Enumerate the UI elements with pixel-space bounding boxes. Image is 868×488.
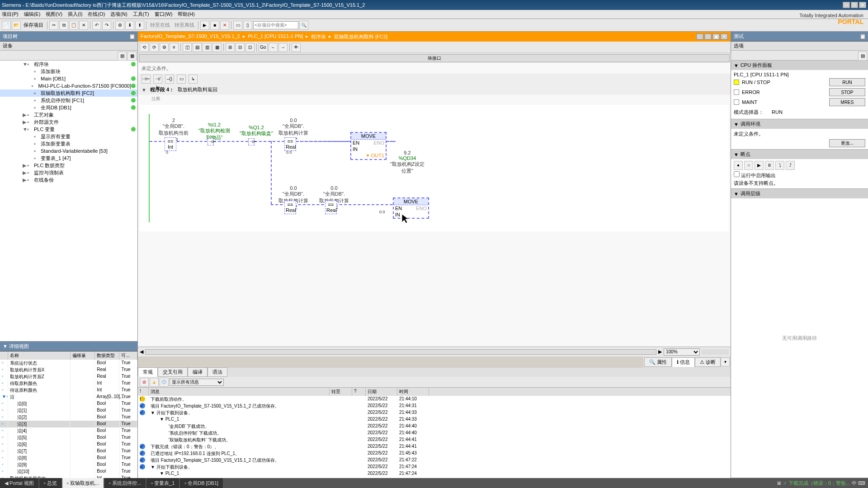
download-icon[interactable]: ⬇ bbox=[125, 21, 134, 30]
stop-button[interactable]: STOP bbox=[829, 88, 865, 96]
detail-row[interactable]: ▫取放机构计算后ZRealTrue bbox=[0, 373, 137, 380]
upload-icon[interactable]: ⬆ bbox=[135, 21, 144, 30]
tab-properties[interactable]: 🔍 属性 bbox=[644, 357, 672, 367]
message-row[interactable]: ✓ 项目 FactoryIO_Template_S7-1500_V15_V15.… bbox=[138, 403, 731, 409]
zoom-select[interactable]: 100% bbox=[664, 348, 700, 356]
detail-row[interactable]: ▫沿[8]BoolTrue bbox=[0, 455, 137, 461]
bottom-tab[interactable]: ▫ 总览 bbox=[39, 478, 61, 488]
detail-row[interactable]: ▫沿[4]BoolTrue bbox=[0, 427, 137, 434]
maximize-button[interactable]: □ bbox=[851, 2, 858, 8]
new-project-icon[interactable]: 📄 bbox=[2, 21, 11, 30]
bp-2[interactable]: ○ bbox=[744, 161, 753, 170]
scroll-left-icon[interactable]: ◀ bbox=[140, 349, 143, 355]
minimize-button[interactable]: – bbox=[843, 2, 850, 8]
network-header[interactable]: ▼ 程序段 4： 取放机构取料返回 bbox=[138, 84, 731, 95]
bottom-tab[interactable]: ▫ 全局DB [DB1] bbox=[180, 478, 223, 488]
message-row[interactable]: ✓ 项目 FactoryIO_Template_S7-1500_V15_V15.… bbox=[138, 457, 731, 464]
detail-row[interactable]: ▫待送原料颜色IntTrue bbox=[0, 387, 137, 394]
message-row[interactable]: ▼ PLC_12022/5/2221:44:33 bbox=[138, 416, 731, 423]
cpu-panel-header[interactable]: ▼ CPU 操作面板 bbox=[731, 61, 868, 70]
menu-view[interactable]: 视图(V) bbox=[46, 11, 62, 18]
call-env-header[interactable]: ▼ 调用环境 bbox=[731, 119, 868, 129]
detail-row[interactable]: ▫沿[6]BoolTrue bbox=[0, 441, 137, 448]
collapse-icon[interactable]: ▣ bbox=[130, 34, 135, 39]
bottom-tab[interactable]: ▫ 系统启停控... bbox=[104, 478, 146, 488]
tree-item[interactable]: ▫Main [OB1] bbox=[0, 75, 137, 82]
tab-xref[interactable]: 交叉引用 bbox=[158, 367, 188, 377]
warn-filter-icon[interactable]: ▲ bbox=[150, 378, 159, 387]
tree-item[interactable]: ▼▫PLC 变量 bbox=[0, 126, 137, 133]
split-h-icon[interactable]: ▭ bbox=[233, 21, 242, 30]
menu-edit[interactable]: 编辑(E) bbox=[24, 11, 41, 18]
tree-view-icon[interactable]: ▦ bbox=[127, 52, 137, 61]
tree-item[interactable]: ▫显示所有变量 bbox=[0, 133, 137, 140]
open-project-icon[interactable]: 📂 bbox=[12, 21, 21, 30]
detail-row[interactable]: ▫沿[0]BoolTrue bbox=[0, 400, 137, 407]
detail-table[interactable]: 名称 偏移量 数据类型 可... ▫系统运行状态BoolTrue▫取放机构计算后… bbox=[0, 352, 137, 478]
scroll-right-icon[interactable]: ▶ bbox=[658, 349, 662, 355]
tree-item[interactable]: ▶▫外部源文件 bbox=[0, 118, 137, 126]
bottom-tab[interactable]: ▫ 变量表_1 bbox=[146, 478, 179, 488]
editor-max-icon[interactable]: □ bbox=[704, 33, 712, 40]
tree-item[interactable]: ▫Standard-Variablentabelle [53] bbox=[0, 147, 137, 155]
contact-no-icon[interactable]: ⊣⊢ bbox=[142, 75, 151, 84]
detail-row[interactable]: ▫沿[2]BoolTrue bbox=[0, 414, 137, 421]
copy-icon[interactable]: ⧉ bbox=[59, 21, 68, 30]
menu-tools[interactable]: 工具(T) bbox=[133, 11, 149, 18]
tree-item[interactable]: ▫添加新变量表 bbox=[0, 140, 137, 147]
bp-3[interactable]: ▶ bbox=[755, 161, 764, 170]
message-table[interactable]: ! 消息 转至 ? 日期 时间 ! 下载前取消动作。2022/5/2221:44… bbox=[138, 388, 731, 478]
devices-tab[interactable]: 设备 bbox=[0, 42, 137, 51]
bp-6[interactable]: ⤴ bbox=[786, 161, 795, 170]
move-block-2[interactable]: MOVE ENENO IN bbox=[393, 197, 429, 219]
editor-close-icon[interactable]: ✕ bbox=[721, 33, 728, 40]
call-hier-header[interactable]: ▼ 调用层级 bbox=[731, 189, 868, 198]
message-row[interactable]: '双轴取放机构取料' 下载成功。2022/5/2221:44:41 bbox=[138, 436, 731, 443]
detail-row[interactable]: ▫取放机构计算后XRealTrue bbox=[0, 366, 137, 373]
message-filter-select[interactable]: 显示所有消息 bbox=[170, 379, 224, 386]
menu-help[interactable]: 帮助(H) bbox=[178, 11, 194, 18]
message-row[interactable]: '全局DB' 下载成功。2022/5/2221:44:40 bbox=[138, 423, 731, 430]
detail-row[interactable]: ▼▫沿Array[0..10]...True bbox=[0, 394, 137, 400]
et-14[interactable]: → bbox=[278, 43, 288, 52]
message-row[interactable]: ! 下载前取消动作。2022/5/2221:44:10 bbox=[138, 396, 731, 403]
detail-row[interactable]: ▫沿[10]BoolTrue bbox=[0, 468, 137, 475]
et-12[interactable]: Go bbox=[259, 43, 268, 52]
change-button[interactable]: 更改... bbox=[829, 139, 865, 147]
breakpoint-header[interactable]: ▼ 断点 bbox=[731, 150, 868, 159]
tree-item[interactable]: ▫全局DB [DB1] bbox=[0, 104, 137, 111]
tree-item[interactable]: ▫双轴取放机构取料 [FC2] bbox=[0, 89, 137, 97]
box-icon[interactable]: ▭ bbox=[177, 75, 186, 84]
et-4[interactable]: ≡ bbox=[170, 43, 179, 52]
contact-nc-icon[interactable]: ⊣/⊢ bbox=[153, 75, 162, 84]
et-13[interactable]: ← bbox=[269, 43, 278, 52]
move-block-1[interactable]: MOVE ENENO IN ✦ OUT1 bbox=[350, 132, 387, 160]
et-3[interactable]: ⚙ bbox=[160, 43, 169, 52]
message-row[interactable]: ▼ PLC_12022/5/2221:47:24 bbox=[138, 470, 731, 477]
ladder-editor[interactable]: 块接口 未定义条件。 ⊣⊢ ⊣/⊢ –() ▭ ↳ ▼ 程序段 4： 取放机构取… bbox=[138, 53, 731, 347]
mres-button[interactable]: MRES bbox=[829, 98, 865, 106]
bp-5[interactable]: ⤵ bbox=[775, 161, 784, 170]
info-collapse-icon[interactable]: ▾ bbox=[721, 357, 730, 366]
search-icon[interactable]: 🔍 bbox=[299, 21, 308, 30]
et-8[interactable]: ▦ bbox=[212, 43, 222, 52]
et-2[interactable]: ⟳ bbox=[150, 43, 159, 52]
et-9[interactable]: ⊞ bbox=[226, 43, 235, 52]
message-row[interactable]: ✓ 下载完成（错误：0；警告：0）。2022/5/2221:44:41 bbox=[138, 443, 731, 450]
tree-toggle-icon[interactable]: ▤ bbox=[118, 52, 127, 61]
paste-icon[interactable]: 📋 bbox=[69, 21, 78, 30]
close-button[interactable]: ✕ bbox=[859, 2, 866, 8]
et-6[interactable]: ▤ bbox=[193, 43, 202, 52]
run-button[interactable]: RUN bbox=[829, 78, 865, 86]
tree-item[interactable]: ▫变量表_1 [47] bbox=[0, 155, 137, 162]
menu-insert[interactable]: 插入(I) bbox=[68, 11, 82, 18]
delete-icon[interactable]: ✕ bbox=[79, 21, 88, 30]
detail-row[interactable]: ▫沿[9]BoolTrue bbox=[0, 461, 137, 468]
cut-icon[interactable]: ✂ bbox=[49, 21, 58, 30]
save-label[interactable]: 保存项目 bbox=[22, 22, 45, 28]
message-row[interactable]: '系统启停控制' 下载成功。2022/5/2221:44:40 bbox=[138, 430, 731, 436]
redo-icon[interactable]: ↷ bbox=[102, 21, 111, 30]
detail-row[interactable]: ▫取放机构当前方向IntTrue bbox=[0, 475, 137, 478]
tree-item[interactable]: ▫系统启停控制 [FC1] bbox=[0, 97, 137, 104]
et-7[interactable]: ▥ bbox=[203, 43, 212, 52]
